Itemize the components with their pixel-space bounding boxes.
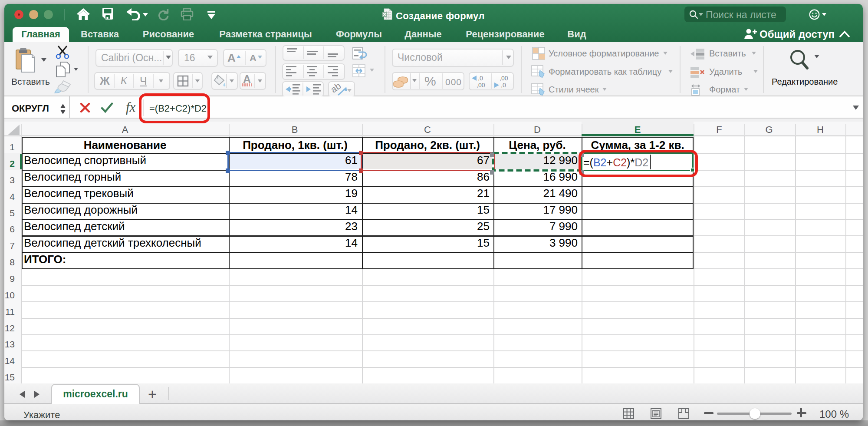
svg-text:,0: ,0	[478, 75, 483, 82]
svg-text:,00: ,00	[500, 75, 508, 82]
svg-text:,0: ,0	[501, 82, 506, 88]
svg-text:,00: ,00	[477, 82, 485, 88]
